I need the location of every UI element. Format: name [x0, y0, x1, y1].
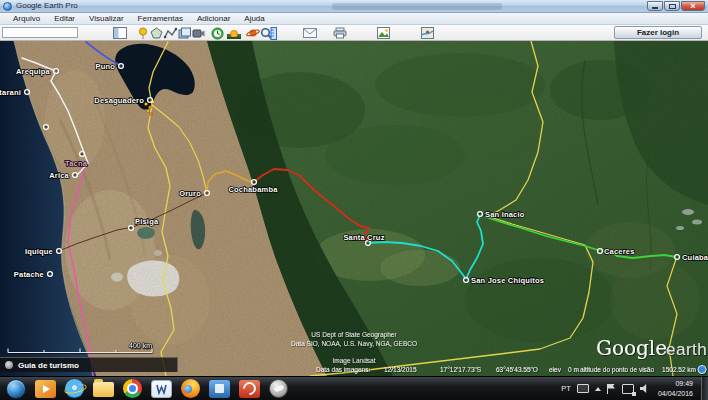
- placemark-cluster-dot[interactable]: [149, 112, 152, 115]
- media-player-icon[interactable]: [35, 380, 56, 398]
- historical-imagery-icon: [211, 27, 224, 40]
- sunlight-button[interactable]: [224, 26, 243, 40]
- city-label-matarani[interactable]: Matarani: [0, 88, 21, 97]
- streaming-indicator-icon: [698, 366, 706, 374]
- city-label-arequipa[interactable]: Arequipa: [16, 67, 51, 76]
- red-app-icon[interactable]: [239, 380, 260, 398]
- city-label-cochabamba[interactable]: Cochabamba: [228, 185, 278, 194]
- minimize-icon: [652, 7, 658, 9]
- record-tour-icon: [192, 27, 205, 39]
- city-label-pisiga[interactable]: Pisiga: [135, 217, 159, 226]
- sunlight-icon: [227, 27, 241, 39]
- city-label-iquique[interactable]: Iquique: [25, 247, 53, 256]
- start-button[interactable]: [6, 379, 26, 399]
- placemark-cluster-dot[interactable]: [148, 105, 151, 108]
- window-title: Google Earth Pro: [16, 2, 78, 10]
- network-icon[interactable]: [622, 384, 634, 394]
- save-image-button[interactable]: [374, 26, 393, 40]
- city-label-san-inacio[interactable]: San Inacio: [485, 210, 525, 219]
- menu-item-ajuda[interactable]: Ajuda: [237, 13, 271, 25]
- google-earth-taskbar-icon[interactable]: [269, 379, 288, 398]
- internet-explorer-icon[interactable]: [65, 379, 84, 398]
- menu-item-editar[interactable]: Editar: [47, 13, 82, 25]
- city-marker-san-inacio[interactable]: [478, 212, 483, 217]
- print-button[interactable]: [330, 26, 349, 40]
- city-label-san-jose-chiquitos[interactable]: San Jose Chiquitos: [471, 276, 544, 285]
- action-center-flag-icon[interactable]: [607, 384, 616, 394]
- clock-time: 09:49: [658, 379, 693, 388]
- keyboard-icon[interactable]: [577, 384, 589, 393]
- email-button[interactable]: [300, 26, 319, 40]
- menu-item-arquivo[interactable]: Arquivo: [6, 13, 47, 25]
- city-label-santa-cruz[interactable]: Santa Cruz: [343, 233, 384, 242]
- planets-icon: [246, 27, 260, 39]
- imagery-date-label: Data das imagens:: [316, 366, 370, 374]
- clock-date: 04/04/2016: [658, 389, 693, 398]
- city-marker[interactable]: [80, 152, 85, 157]
- city-marker-caceres[interactable]: [598, 249, 603, 254]
- map-viewport[interactable]: PunoArequipaMataraniDesaguaderoAricaIqui…: [0, 41, 708, 376]
- city-label-patache[interactable]: Patache: [14, 270, 44, 279]
- logo-google-text: Google: [596, 336, 667, 360]
- title-bar[interactable]: Google Earth Pro ×: [0, 0, 708, 13]
- city-label-puno[interactable]: Puno: [95, 62, 115, 71]
- volume-icon[interactable]: [640, 384, 650, 394]
- maximize-button[interactable]: [664, 1, 680, 11]
- city-label-arica[interactable]: Arica: [49, 171, 69, 180]
- city-marker-arequipa[interactable]: [54, 69, 59, 74]
- city-marker-patache[interactable]: [48, 272, 53, 277]
- windows-explorer-icon[interactable]: [93, 382, 114, 397]
- minimize-button[interactable]: [647, 1, 663, 11]
- taskbar: PT 09:49 04/04/2016: [0, 376, 708, 400]
- elevation-label: elev: [549, 366, 562, 373]
- menu-item-visualizar[interactable]: Visualizar: [82, 13, 131, 25]
- login-button[interactable]: Fazer login: [614, 26, 702, 39]
- placemark-cluster-dot[interactable]: [144, 102, 147, 105]
- planets-button[interactable]: [243, 26, 262, 40]
- google-earth-window: Google Earth Pro × ArquivoEditarVisualiz…: [0, 0, 708, 400]
- city-marker-matarani[interactable]: [25, 90, 30, 95]
- tour-guide-bar[interactable]: Guia de turismo: [0, 357, 178, 372]
- city-label-tacna[interactable]: Tacna: [65, 159, 88, 168]
- menu-item-adicionar[interactable]: Adicionar: [190, 13, 237, 25]
- language-indicator[interactable]: PT: [561, 384, 571, 393]
- city-marker-iquique[interactable]: [57, 249, 62, 254]
- imagery-date-value: 12/13/2015: [384, 366, 417, 373]
- city-marker-arica[interactable]: [73, 173, 78, 178]
- maximize-icon: [669, 4, 676, 9]
- record-tour-button[interactable]: [189, 26, 208, 40]
- city-marker-puno[interactable]: [119, 64, 124, 69]
- sidebar-panel-icon: [113, 27, 127, 39]
- blue-app-icon[interactable]: [209, 380, 230, 398]
- email-icon: [303, 28, 317, 38]
- placemark-cluster-dot[interactable]: [146, 109, 149, 112]
- city-marker[interactable]: [44, 125, 49, 130]
- city-label-cuiaba[interactable]: Cuiaba: [682, 253, 708, 262]
- system-tray: PT 09:49 04/04/2016: [561, 377, 708, 400]
- city-marker-pisiga[interactable]: [129, 226, 134, 231]
- search-input[interactable]: [2, 27, 78, 38]
- view-in-maps-button[interactable]: [418, 26, 437, 40]
- city-marker-cochabamba[interactable]: [252, 180, 257, 185]
- menu-item-ferramentas[interactable]: Ferramentas: [131, 13, 190, 25]
- city-marker-cuiaba[interactable]: [675, 255, 680, 260]
- scale-label: 400 km: [129, 342, 152, 349]
- close-button[interactable]: ×: [681, 1, 705, 11]
- chrome-icon[interactable]: [123, 379, 142, 398]
- word-w-glyph: [155, 383, 168, 395]
- city-marker-oruro[interactable]: [205, 191, 210, 196]
- firefox-icon[interactable]: [181, 379, 200, 398]
- city-marker-desaguadero[interactable]: [148, 98, 153, 103]
- city-marker-san-jose-chiquitos[interactable]: [464, 278, 469, 283]
- tour-guide-label: Guia de turismo: [18, 361, 79, 370]
- city-label-oruro[interactable]: Oruro: [179, 189, 201, 198]
- city-label-desaguadero[interactable]: Desaguadero: [94, 96, 144, 105]
- clock[interactable]: 09:49 04/04/2016: [658, 379, 693, 398]
- hidden-icons-arrow-icon[interactable]: [595, 387, 601, 391]
- word-icon[interactable]: [151, 380, 172, 398]
- sidebar-toggle-button[interactable]: [110, 26, 129, 40]
- show-desktop-button[interactable]: [701, 377, 708, 400]
- ruler-button[interactable]: [264, 26, 283, 40]
- city-label-caceres[interactable]: Caceres: [604, 247, 635, 256]
- toolbar: Fazer login: [0, 25, 708, 41]
